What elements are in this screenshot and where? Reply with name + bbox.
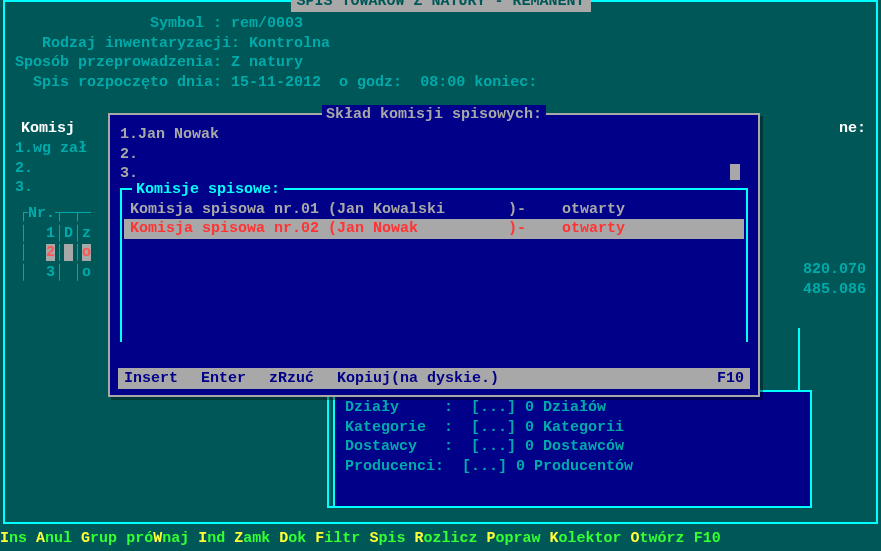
enter-key[interactable]: Enter — [201, 370, 246, 387]
filter-label: Kategorie — [345, 419, 435, 436]
zrzuc-key[interactable]: zRzuć — [269, 370, 314, 387]
commission-list-title: Komisje spisowe: — [132, 180, 284, 200]
hotkey-item[interactable]: Popraw — [486, 530, 540, 547]
start-label: Spis rozpoczęto dnia: — [33, 74, 222, 91]
table-cell[interactable] — [64, 244, 73, 261]
kopiuj-key[interactable]: Kopiuj(na dyskie.) — [337, 370, 499, 387]
hotkey-item[interactable]: Kolektor — [550, 530, 622, 547]
hotkey-item[interactable]: próWnaj — [126, 530, 189, 547]
table-cell — [64, 264, 73, 281]
table-cell: z — [82, 225, 91, 242]
commission-dialog: Skład komisji spisowych: 1.Jan Nowak 2. … — [108, 113, 760, 397]
present-label: ne: — [839, 119, 866, 139]
hotkey-item[interactable]: F10 — [694, 530, 721, 547]
table-cell: D — [64, 225, 73, 242]
hotkey-item[interactable]: Otwórz — [631, 530, 685, 547]
table-cell: o — [82, 264, 91, 281]
kind-label: Rodzaj inwentaryzacji: — [42, 35, 240, 52]
filter-label: Dostawcy — [345, 438, 435, 455]
hotkey-item[interactable]: Filtr — [315, 530, 360, 547]
commission-label: Komisj — [21, 119, 75, 139]
method-label: Sposób przeprowadzenia: — [15, 54, 222, 71]
amount-value: 485.086 — [803, 280, 866, 300]
hotkey-item[interactable]: Spis — [369, 530, 405, 547]
table-cell[interactable]: 2 — [46, 244, 55, 261]
right-numbers: 820.070 485.086 — [803, 260, 866, 299]
window-title: SPIS TOWARÓW Z NATURY - REMANENT — [290, 0, 590, 12]
filter-subpanel: Działy : [...] 0 Działów Kategorie : [..… — [333, 390, 812, 508]
list-item: 2. — [15, 159, 87, 179]
member-row[interactable]: 1.Jan Nowak — [120, 125, 748, 145]
header-block: Symbol : rem/0003 Rodzaj inwentaryzacji:… — [5, 2, 876, 92]
amount-value: 820.070 — [803, 260, 866, 280]
time-label: o godz: — [339, 74, 402, 91]
symbol-label: Symbol : — [150, 15, 222, 32]
hotkey-item[interactable]: Zamk — [234, 530, 270, 547]
table-cell[interactable]: o — [82, 244, 91, 261]
text-cursor — [730, 164, 740, 180]
filter-value[interactable]: [...] 0 Producentów — [462, 458, 633, 475]
kind-value: Kontrolna — [249, 35, 330, 52]
f10-key[interactable]: F10 — [717, 369, 744, 389]
filter-value[interactable]: [...] 0 Działów — [471, 399, 606, 416]
list-item: 3. — [15, 178, 87, 198]
background-table: ┌Nr.┬─┬─ │ 1│D│z │ 2│ │o │ 3│ │o — [19, 204, 91, 282]
filter-value[interactable]: [...] 0 Kategorii — [471, 419, 624, 436]
hotkey-item[interactable]: Rozlicz — [414, 530, 477, 547]
filter-value[interactable]: [...] 0 Dostawców — [471, 438, 624, 455]
bottom-hotkey-bar: Ins Anul Grup próWnaj Ind Zamk Dok Filtr… — [0, 527, 881, 552]
left-short-list: 1.wg zał 2. 3. — [15, 139, 87, 198]
list-item: 1.wg zał — [15, 139, 87, 159]
method-value: Z natury — [231, 54, 303, 71]
commission-list-frame: Komisje spisowe: Komisja spisowa nr.01 (… — [120, 188, 748, 342]
symbol-value: rem/0003 — [231, 15, 303, 32]
end-label: koniec: — [474, 74, 537, 91]
dialog-title: Skład komisji spisowych: — [322, 105, 546, 125]
col-nr: Nr. — [28, 205, 55, 222]
table-cell: 1 — [46, 225, 55, 242]
commission-row-selected[interactable]: Komisja spisowa nr.02 (Jan Nowak )- otwa… — [124, 219, 744, 239]
filter-label: Producenci — [345, 458, 435, 475]
start-time: 08:00 — [420, 74, 465, 91]
commission-row[interactable]: Komisja spisowa nr.01 (Jan Kowalski )- o… — [122, 200, 746, 220]
insert-key[interactable]: Insert — [124, 370, 178, 387]
hotkey-item[interactable]: Ins — [0, 530, 27, 547]
hotkey-item[interactable]: Ind — [198, 530, 225, 547]
hotkey-item[interactable]: Dok — [279, 530, 306, 547]
dialog-footer: Insert Enter zRzuć Kopiuj(na dyskie.) F1… — [118, 368, 750, 390]
hotkey-item[interactable]: Anul — [36, 530, 72, 547]
member-row[interactable]: 2. — [120, 145, 748, 165]
filter-label: Działy — [345, 399, 435, 416]
table-cell: 3 — [46, 264, 55, 281]
hotkey-item[interactable]: Grup — [81, 530, 117, 547]
start-date: 15-11-2012 — [231, 74, 321, 91]
